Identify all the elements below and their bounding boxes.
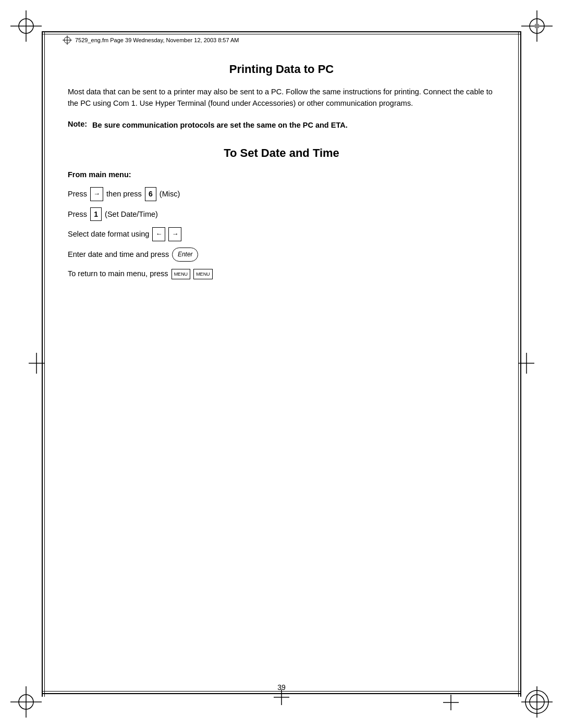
top-border-inner — [42, 34, 521, 34]
section2-title: To Set Date and Time — [68, 146, 495, 160]
header-crosshair-left — [63, 35, 72, 45]
step3-left-arrow: ← — [152, 227, 165, 241]
step2-key1: 1 — [90, 207, 102, 221]
bottom-right-crosshair — [443, 695, 459, 712]
step5-pre: To return to main menu, press — [68, 268, 168, 280]
step5-menu-key1: MENU — [172, 269, 191, 279]
step3-pre: Select date format using — [68, 228, 149, 240]
bottom-mid-crosshair — [274, 689, 289, 707]
step1-pre: Press — [68, 188, 87, 200]
corner-mark-top-left — [10, 10, 42, 42]
note-text: Be sure communication protocols are set … — [92, 120, 348, 131]
step2-line: Press 1 (Set Date/Time) — [68, 207, 495, 221]
step3-line: Select date format using ← → — [68, 227, 495, 241]
section1-title: Printing Data to PC — [68, 63, 495, 76]
svg-point-6 — [534, 23, 540, 29]
step1-arrow-key: → — [90, 187, 103, 201]
note-block: Note: Be sure communication protocols ar… — [68, 120, 495, 131]
step3-right-arrow: → — [168, 227, 181, 241]
mid-mark-left — [29, 353, 44, 376]
mid-mark-right — [519, 353, 534, 376]
main-content: Printing Data to PC Most data that can b… — [68, 52, 495, 287]
step4-enter-key: Enter — [172, 248, 198, 262]
step5-menu-key2: MENU — [193, 269, 213, 279]
header-file-info: 7529_eng.fm Page 39 Wednesday, November … — [75, 37, 239, 43]
top-border-outer — [42, 31, 521, 32]
step1-mid: then press — [106, 188, 142, 200]
from-main-menu-label: From main menu: — [68, 170, 495, 179]
note-label: Note: — [68, 120, 87, 128]
section1-body: Most data that can be sent to a printer … — [68, 87, 495, 109]
page: 7529_eng.fm Page 39 Wednesday, November … — [0, 0, 563, 728]
step4-line: Enter date and time and press Enter — [68, 248, 495, 262]
left-border-inner — [44, 31, 45, 697]
corner-mark-top-right — [521, 10, 553, 42]
step2-post: (Set Date/Time) — [105, 208, 158, 220]
step5-line: To return to main menu, press MENU MENU — [68, 268, 495, 280]
header-bar: 7529_eng.fm Page 39 Wednesday, November … — [63, 35, 500, 45]
step1-post: (Misc) — [160, 188, 180, 200]
step1-line: Press → then press 6 (Misc) — [68, 187, 495, 201]
step2-pre: Press — [68, 208, 87, 220]
step1-key6: 6 — [145, 187, 156, 201]
step4-pre: Enter date and time and press — [68, 249, 169, 261]
